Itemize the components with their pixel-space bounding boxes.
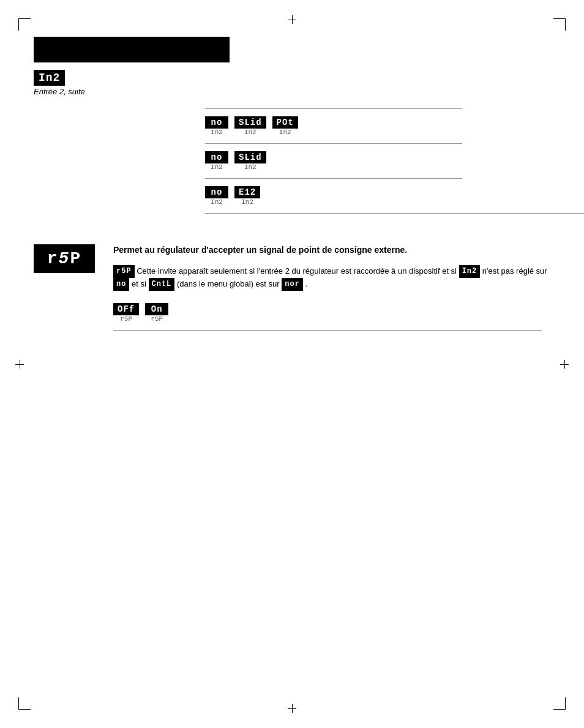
rsp-badge-large: r5P [34,244,95,273]
divider-1 [205,108,462,109]
rsp-description: r5P Cette invite apparaît seulement si l… [113,265,550,291]
reg-mark-bottom [288,704,296,713]
reg-mark-right [560,360,569,369]
corner-mark-br [553,697,566,710]
lcd-no-2: no [205,151,228,163]
lcd-label-no-2: In2 [211,163,223,171]
rsp-inline-badge-nor: nor [282,278,303,291]
rsp-desc-text-4: (dans le menu global) est sur [177,279,282,288]
in2-option-group2: no In2 SLid In2 [205,151,550,171]
rsp-desc-text-1: Cette invite apparaît seulement si l'ent… [137,266,459,276]
in2-label-container: In2 Entrée 2, suite [34,70,550,96]
header-bar [34,37,230,62]
page-content: In2 Entrée 2, suite no In2 SLid In2 POt … [34,37,550,338]
badge-slid-1: SLid In2 [234,116,266,136]
rsp-inline-badge-no: no [113,278,129,291]
badge-e12-3: E12 In2 [234,186,260,206]
reg-mark-top [288,15,296,24]
corner-mark-tl [18,18,31,31]
badge-no-1: no In2 [205,116,228,136]
rsp-inline-badge-in2: In2 [459,265,481,278]
in2-option-group1: no In2 SLid In2 POt In2 [205,116,550,136]
divider-3 [205,178,462,179]
rsp-desc-text-3: et si [132,279,148,288]
lcd-off-rsp: OFf [113,303,139,315]
lcd-label-no-3: In2 [211,198,223,206]
rsp-inline-badge-rsp: r5P [113,265,135,278]
lcd-e12-3: E12 [234,186,260,198]
lcd-slid-2: SLid [234,151,266,163]
rsp-title: Permet au régulateur d'accepter un signa… [113,244,550,257]
lcd-label-off-rsp: r5P [120,315,132,323]
in2-subtitle: Entrée 2, suite [34,87,550,96]
lcd-no-3: no [205,186,228,198]
corner-mark-bl [18,697,31,710]
lcd-label-pot-1: In2 [279,129,291,136]
in2-option-group3: no In2 E12 In2 [205,186,550,206]
rsp-options: OFf r5P On r5P [113,303,550,331]
rsp-divider [113,330,542,331]
lcd-label-on-rsp: r5P [151,315,163,323]
lcd-label-slid-1: In2 [244,129,256,136]
lcd-label-e12-3: In2 [241,198,253,206]
lcd-label-slid-2: In2 [244,163,256,171]
rsp-section: r5P Permet au régulateur d'accepter un s… [34,244,550,338]
rsp-desc-text-5: . [305,279,307,288]
rsp-inline-badge-cntl: CntL [149,278,175,291]
rsp-option-row: OFf r5P On r5P [113,303,550,323]
badge-pot-1: POt In2 [272,116,298,136]
rsp-content: Permet au régulateur d'accepter un signa… [113,244,550,338]
in2-options-block: no In2 SLid In2 POt In2 no In2 SLid In2 [205,108,550,214]
lcd-label-no-1: In2 [211,129,223,136]
lcd-no-1: no [205,116,228,129]
reg-mark-left [15,360,24,369]
in2-badge: In2 [34,70,65,86]
badge-on-rsp: On r5P [145,303,168,323]
lcd-slid-1: SLid [234,116,266,129]
badge-off-rsp: OFf r5P [113,303,139,323]
divider-4 [205,213,584,214]
corner-mark-tr [553,18,566,31]
lcd-pot-1: POt [272,116,298,129]
badge-slid-2: SLid In2 [234,151,266,171]
lcd-on-rsp: On [145,303,168,315]
rsp-desc-text-2: n'est pas réglé sur [482,266,547,276]
badge-no-3: no In2 [205,186,228,206]
divider-2 [205,143,462,144]
badge-no-2: no In2 [205,151,228,171]
